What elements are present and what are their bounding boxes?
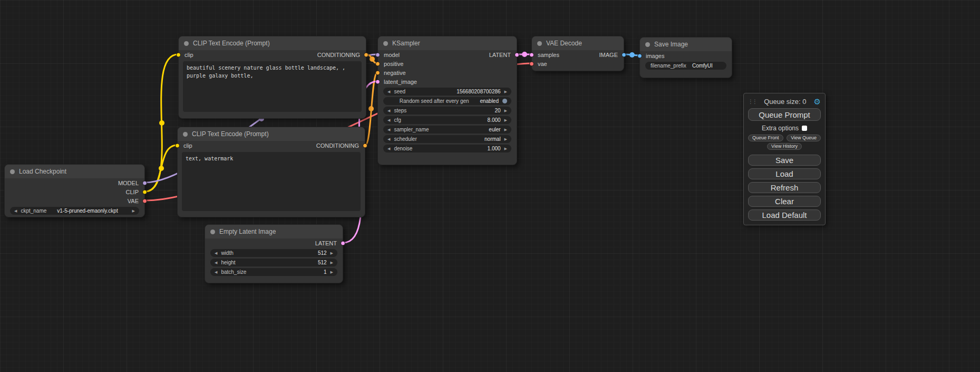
widget-batch-size[interactable]: ◀ batch_size 1 ▶ [210,268,337,276]
node-graph-canvas[interactable]: Load Checkpoint MODEL CLIP VAE ◀ ckpt_na… [0,0,980,372]
decrement-arrow-icon[interactable]: ◀ [14,209,17,213]
node-ksampler[interactable]: KSampler model LATENT positive negative … [377,36,517,165]
widget-label: scheduler [394,136,416,142]
vae-output-port[interactable] [142,198,147,203]
output-slot-latent: LATENT [205,239,343,247]
images-input-port[interactable] [637,53,642,58]
node-load-checkpoint[interactable]: Load Checkpoint MODEL CLIP VAE ◀ ckpt_na… [4,164,145,217]
view-history-button[interactable]: View History [767,143,802,150]
prompt-textarea[interactable]: text, watermark [182,152,361,211]
input-label: model [384,52,400,58]
toggle-dot-icon[interactable] [502,99,507,103]
clip-input-port[interactable] [176,52,181,57]
settings-gear-icon[interactable]: ⚙ [814,98,821,106]
output-label: LATENT [315,240,337,246]
clear-button[interactable]: Clear [748,196,821,207]
conditioning-output-port[interactable] [363,143,367,148]
collapse-dot-icon[interactable] [10,169,15,174]
node-title: Load Checkpoint [19,168,66,175]
image-output-port[interactable] [622,52,626,57]
collapse-dot-icon[interactable] [645,42,650,47]
node-empty-latent-image[interactable]: Empty Latent Image LATENT ◀ width 512 ▶ … [205,224,343,283]
refresh-button[interactable]: Refresh [748,182,821,193]
increment-arrow-icon[interactable]: ▶ [331,251,333,255]
conditioning-output-port[interactable] [364,52,368,57]
node-title-bar[interactable]: KSampler [378,36,517,50]
prompt-textarea[interactable]: beautiful scenery nature glass bottle la… [183,61,362,112]
negative-input-port[interactable] [375,70,380,75]
decrement-arrow-icon[interactable]: ◀ [387,147,390,150]
node-title-bar[interactable]: Empty Latent Image [205,225,343,239]
decrement-arrow-icon[interactable]: ◀ [387,90,390,93]
load-button[interactable]: Load [748,168,821,179]
positive-input-port[interactable] [375,61,380,66]
widget-width[interactable]: ◀ width 512 ▶ [210,249,337,257]
widget-value: euler [429,127,501,132]
node-vae-decode[interactable]: VAE Decode samples IMAGE vae [531,36,624,71]
increment-arrow-icon[interactable]: ▶ [331,261,333,264]
collapse-dot-icon[interactable] [183,132,188,137]
widget-denoise[interactable]: ◀ denoise 1.000 ▶ [383,145,511,152]
latent-image-input-port[interactable] [375,79,380,84]
latent-output-port[interactable] [515,52,519,57]
wire-midpoint-dot [159,120,164,126]
widget-seed[interactable]: ◀ seed 156680208700286 ▶ [383,88,511,96]
increment-arrow-icon[interactable]: ▶ [504,118,507,122]
widget-scheduler[interactable]: ◀ scheduler normal ▶ [383,135,511,143]
extra-options-checkbox[interactable] [802,126,807,131]
widget-value: 512 [236,260,327,265]
decrement-arrow-icon[interactable]: ◀ [387,109,390,112]
model-input-port[interactable] [375,52,380,57]
widget-steps[interactable]: ◀ steps 20 ▶ [383,107,511,115]
increment-arrow-icon[interactable]: ▶ [132,209,135,213]
increment-arrow-icon[interactable]: ▶ [504,137,507,141]
widget-sampler-name[interactable]: ◀ sampler_name euler ▶ [383,126,511,133]
samples-input-port[interactable] [529,52,534,57]
collapse-dot-icon[interactable] [383,41,388,46]
increment-arrow-icon[interactable]: ▶ [331,270,333,274]
widget-random-seed-toggle[interactable]: Random seed after every gen enabled [383,97,511,105]
latent-output-port[interactable] [341,241,345,245]
load-default-button[interactable]: Load Default [748,209,821,221]
increment-arrow-icon[interactable]: ▶ [504,128,507,131]
node-clip-text-encode-positive[interactable]: CLIP Text Encode (Prompt) clip CONDITION… [178,36,366,119]
clip-output-port[interactable] [142,189,147,194]
node-title-bar[interactable]: CLIP Text Encode (Prompt) [179,36,366,50]
input-label: clip [185,52,193,58]
decrement-arrow-icon[interactable]: ◀ [387,128,390,131]
decrement-arrow-icon[interactable]: ◀ [215,251,217,255]
decrement-arrow-icon[interactable]: ◀ [215,261,217,264]
node-title-bar[interactable]: VAE Decode [532,36,624,50]
decrement-arrow-icon[interactable]: ◀ [387,137,390,141]
increment-arrow-icon[interactable]: ▶ [504,147,507,150]
widget-height[interactable]: ◀ height 512 ▶ [210,259,337,266]
queue-front-button[interactable]: Queue Front [748,135,783,141]
widget-filename-prefix[interactable]: filename_prefix ComfyUI [645,62,726,70]
node-title-bar[interactable]: CLIP Text Encode (Prompt) [178,127,365,141]
wire-midpoint-dot [368,106,374,111]
decrement-arrow-icon[interactable]: ◀ [215,270,217,274]
node-title-bar[interactable]: Load Checkpoint [5,165,144,178]
widget-label: width [221,250,233,256]
widget-label: Random seed after every gen [389,98,480,104]
node-save-image[interactable]: Save Image images filename_prefix ComfyU… [639,37,732,78]
widget-value: 156680208700286 [405,89,501,94]
drag-handle-icon[interactable]: ⋮⋮ [748,99,756,104]
view-queue-button[interactable]: View Queue [787,135,821,141]
vae-input-port[interactable] [529,61,534,66]
node-clip-text-encode-negative[interactable]: CLIP Text Encode (Prompt) clip CONDITION… [177,127,365,217]
increment-arrow-icon[interactable]: ▶ [504,90,507,93]
clip-input-port[interactable] [175,143,180,148]
model-output-port[interactable] [142,180,147,185]
widget-ckpt-name[interactable]: ◀ ckpt_name v1-5-pruned-emaonly.ckpt ▶ [10,207,139,215]
widget-cfg[interactable]: ◀ cfg 8.000 ▶ [383,116,511,124]
collapse-dot-icon[interactable] [537,41,542,46]
save-button[interactable]: Save [748,155,821,166]
increment-arrow-icon[interactable]: ▶ [504,109,507,112]
decrement-arrow-icon[interactable]: ◀ [387,118,390,122]
collapse-dot-icon[interactable] [210,230,215,234]
widget-value: 1 [246,269,326,275]
collapse-dot-icon[interactable] [184,41,189,46]
queue-prompt-button[interactable]: Queue Prompt [748,108,821,121]
node-title-bar[interactable]: Save Image [640,37,732,51]
